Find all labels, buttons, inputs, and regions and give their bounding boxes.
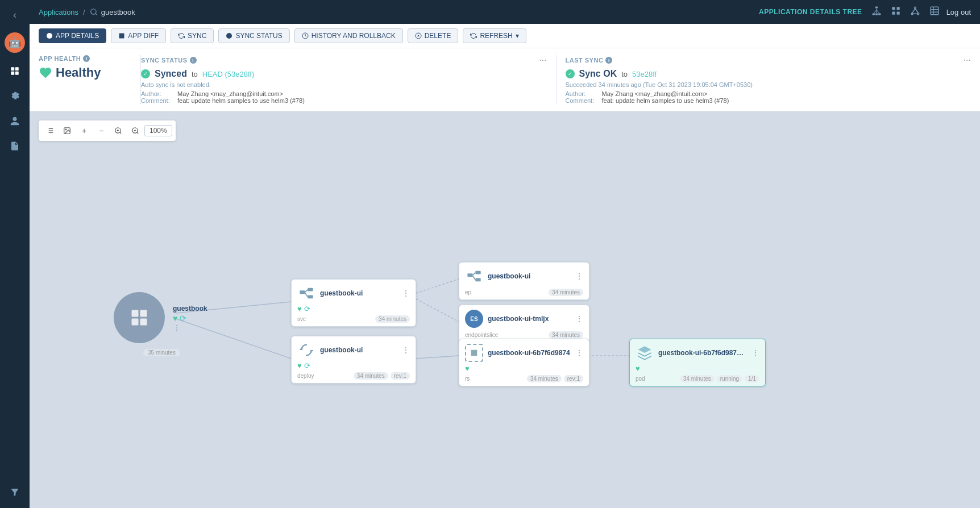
endpointslice-node-menu[interactable]: ⋮ bbox=[575, 314, 583, 323]
avatar: 🤖 bbox=[5, 32, 25, 53]
ep-node-menu[interactable]: ⋮ bbox=[575, 272, 583, 281]
zoom-in-btn[interactable]: + bbox=[76, 123, 92, 139]
deploy-sync-icon: ⟳ bbox=[304, 361, 310, 370]
grid-layout-icon[interactable] bbox=[888, 3, 903, 20]
sidebar-icon-user[interactable] bbox=[5, 111, 25, 131]
svg-point-4 bbox=[90, 9, 95, 14]
pod-running-badge: running bbox=[717, 375, 742, 382]
sync-author-value: May Zhang <may_zhang@intuit.com> bbox=[177, 90, 283, 97]
deploy-node-footer: deploy 34 minutes rev:1 bbox=[292, 371, 416, 383]
sidebar-icon-apps[interactable] bbox=[5, 61, 25, 81]
root-heart-icon: ♥ bbox=[173, 314, 177, 323]
root-node-time: 35 minutes bbox=[143, 349, 180, 356]
zoom-level: 100% bbox=[144, 125, 172, 136]
sidebar-icon-filter[interactable] bbox=[5, 482, 25, 502]
svg-line-67 bbox=[473, 273, 476, 276]
breadcrumb-applications[interactable]: Applications bbox=[39, 8, 78, 16]
deploy-heart-icon: ♥ bbox=[297, 361, 302, 370]
pod-node-menu[interactable]: ⋮ bbox=[751, 348, 759, 357]
svg-point-56 bbox=[176, 325, 177, 326]
last-sync-header: LAST SYNC i ··· bbox=[566, 55, 971, 65]
pod-cube-icon bbox=[637, 345, 653, 361]
breadcrumb-separator: / bbox=[83, 8, 85, 16]
image-view-btn[interactable] bbox=[59, 123, 75, 139]
zoom-magnify-out[interactable] bbox=[127, 123, 143, 139]
root-node-menu[interactable] bbox=[173, 324, 181, 334]
app-health-header: APP HEALTH i bbox=[39, 55, 131, 62]
topbar-actions: Log out bbox=[869, 3, 971, 20]
last-sync-panel: LAST SYNC i ··· ✓ Sync OK to 53e28ff Suc… bbox=[557, 55, 971, 104]
refresh-button[interactable]: REFRESH ▾ bbox=[463, 28, 526, 43]
pod-heart-icon: ♥ bbox=[636, 364, 640, 373]
delete-button[interactable]: DELETE bbox=[408, 28, 459, 43]
ep-node-header: guestbook-ui ⋮ bbox=[459, 263, 589, 288]
zoom-out-btn[interactable]: − bbox=[93, 123, 109, 139]
zoom-magnify-in[interactable] bbox=[110, 123, 126, 139]
svg-point-18 bbox=[914, 7, 916, 9]
svg-point-44 bbox=[65, 129, 67, 130]
deploy-icon bbox=[297, 341, 315, 359]
rs-type-label: rs bbox=[465, 376, 470, 382]
breadcrumb: Applications / guestbook bbox=[39, 8, 135, 16]
svg-rect-0 bbox=[11, 67, 14, 70]
sync-status-panel: SYNC STATUS i ··· ✓ Synced to HEAD (53e2… bbox=[141, 55, 557, 104]
history-rollback-button[interactable]: HISTORY AND ROLLBACK bbox=[294, 28, 403, 43]
rs-node-menu[interactable]: ⋮ bbox=[575, 348, 583, 357]
last-sync-info-icon[interactable]: i bbox=[605, 57, 612, 64]
svc-node-header: guestbook-ui ⋮ bbox=[292, 280, 416, 305]
logout-button[interactable]: Log out bbox=[946, 8, 971, 16]
deploy-node-menu[interactable]: ⋮ bbox=[402, 345, 410, 355]
delete-label: DELETE bbox=[425, 32, 451, 40]
sync-status-row: ✓ Synced to HEAD (53e28ff) bbox=[141, 69, 547, 79]
sync-button[interactable]: SYNC bbox=[171, 28, 214, 43]
pod-node[interactable]: guestbook-ui-6b7f6d9874-km... ⋮ ♥ pod 34… bbox=[629, 339, 766, 386]
svg-rect-61 bbox=[308, 295, 313, 299]
svg-rect-55 bbox=[140, 319, 147, 326]
svg-point-57 bbox=[176, 327, 177, 328]
table-layout-icon[interactable] bbox=[927, 3, 942, 20]
search-icon bbox=[90, 8, 98, 16]
svg-rect-66 bbox=[475, 278, 480, 282]
sync-status-menu[interactable]: ··· bbox=[539, 55, 546, 65]
last-sync-menu[interactable]: ··· bbox=[964, 55, 971, 65]
root-node[interactable] bbox=[114, 292, 165, 343]
deploy-node[interactable]: guestbook-ui ⋮ ♥ ⟳ deploy 34 minutes rev… bbox=[291, 336, 416, 384]
rs-node[interactable]: guestbook-ui-6b7f6d9874 ⋮ ♥ rs 34 minute… bbox=[459, 339, 589, 386]
app-details-button[interactable]: APP DETAILS bbox=[39, 28, 106, 43]
svg-rect-1 bbox=[15, 67, 19, 70]
svg-line-13 bbox=[877, 10, 879, 14]
svc-node[interactable]: guestbook-ui ⋮ ♥ ⟳ svc 34 minutes bbox=[291, 279, 416, 327]
sync-status-title: SYNC STATUS i bbox=[141, 57, 197, 64]
svc-time-badge: 34 minutes bbox=[375, 315, 410, 323]
sync-status-label: SYNC STATUS bbox=[235, 32, 282, 40]
tree-layout-icon[interactable] bbox=[869, 3, 884, 20]
last-sync-title: LAST SYNC i bbox=[566, 57, 613, 64]
svg-rect-6 bbox=[875, 7, 878, 9]
rs-node-name: guestbook-ui-6b7f6d9874 bbox=[488, 349, 571, 357]
svg-rect-16 bbox=[892, 12, 895, 15]
app-diff-label: APP DIFF bbox=[128, 32, 159, 40]
endpointslice-node[interactable]: ES guestbook-ui-tmljx ⋮ endpointslice 34… bbox=[459, 305, 589, 343]
svg-rect-3 bbox=[15, 72, 19, 75]
sync-commit-link[interactable]: HEAD (53e28ff) bbox=[202, 70, 255, 78]
pod-node-footer: pod 34 minutes running 1/1 bbox=[630, 374, 765, 386]
sync-status-button[interactable]: SYNC STATUS bbox=[218, 28, 289, 43]
last-sync-comment-value: feat: update helm samples to use helm3 (… bbox=[602, 97, 729, 104]
sync-status-info-icon[interactable]: i bbox=[190, 57, 197, 64]
sidebar-icon-gear[interactable] bbox=[5, 86, 25, 106]
network-layout-icon[interactable] bbox=[908, 3, 923, 20]
ep-node[interactable]: guestbook-ui ⋮ ep 34 minutes bbox=[459, 262, 589, 300]
root-sync-icon: ⟳ bbox=[180, 314, 186, 323]
deploy-rev-badge: rev:1 bbox=[391, 372, 410, 380]
refresh-label: REFRESH bbox=[480, 32, 512, 40]
svc-node-menu[interactable]: ⋮ bbox=[402, 289, 410, 298]
svc-node-footer: svc 34 minutes bbox=[292, 314, 416, 326]
svc-sync-icon: ⟳ bbox=[304, 305, 310, 313]
svg-rect-7 bbox=[872, 14, 875, 15]
app-health-info-icon[interactable]: i bbox=[83, 55, 90, 62]
sidebar-collapse-btn[interactable]: ‹ bbox=[9, 5, 21, 26]
list-view-btn[interactable] bbox=[42, 123, 58, 139]
sidebar-icon-docs[interactable] bbox=[5, 136, 25, 156]
last-sync-commit-link[interactable]: 53e28ff bbox=[632, 70, 657, 78]
app-diff-button[interactable]: APP DIFF bbox=[111, 28, 166, 43]
